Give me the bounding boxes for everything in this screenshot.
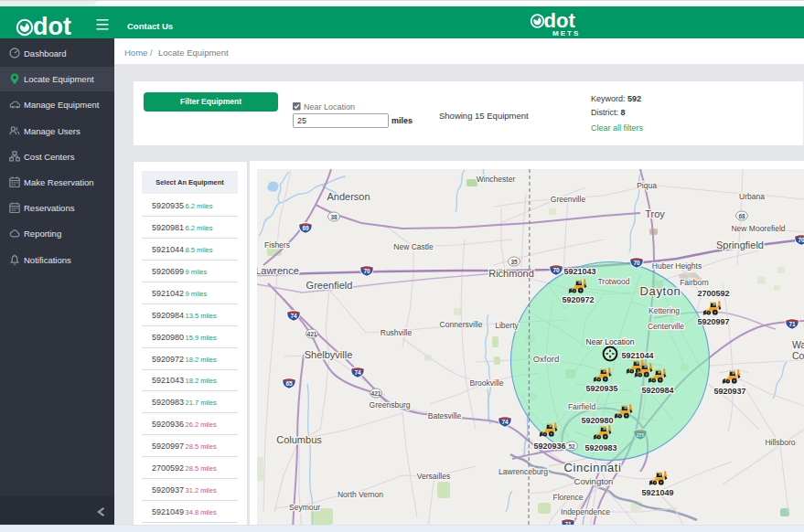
svg-text:Batesville: Batesville (428, 411, 462, 420)
svg-text:Cincinnati: Cincinnati (563, 461, 621, 474)
svg-text:Shelbyville: Shelbyville (305, 349, 353, 360)
svg-text:5920980: 5920980 (581, 416, 613, 425)
svg-text:Fairfield: Fairfield (568, 402, 596, 411)
svg-text:2700592: 2700592 (697, 289, 729, 298)
svg-text:65: 65 (285, 380, 293, 387)
svg-text:Near Location: Near Location (586, 337, 635, 346)
svg-text:38: 38 (330, 214, 338, 220)
svg-text:Centerville: Centerville (648, 322, 684, 331)
svg-text:5920983: 5920983 (584, 443, 616, 452)
svg-text:74: 74 (290, 313, 297, 319)
svg-text:70: 70 (552, 267, 560, 273)
svg-text:Fishers: Fishers (264, 240, 290, 250)
svg-text:Rushville: Rushville (381, 328, 413, 337)
svg-text:Winchester: Winchester (477, 175, 516, 184)
svg-text:Anderson: Anderson (327, 191, 370, 202)
svg-text:Springfield: Springfield (716, 239, 764, 250)
svg-text:Greenville: Greenville (551, 195, 586, 204)
svg-text:Piqua: Piqua (637, 181, 657, 190)
svg-text:METS: METS (552, 29, 580, 37)
svg-text:Liberty: Liberty (495, 321, 519, 330)
svg-text:North Vernon: North Vernon (338, 490, 383, 499)
svg-text:Co: Co (792, 350, 804, 361)
svg-text:35: 35 (510, 259, 518, 265)
svg-text:Brookville: Brookville (470, 378, 504, 388)
svg-text:5920935: 5920935 (585, 384, 617, 393)
svg-text:Dayton: Dayton (640, 284, 681, 298)
svg-text:Wa: Wa (792, 339, 804, 350)
svg-text:5921043: 5921043 (563, 267, 595, 276)
svg-text:5920937: 5920937 (713, 387, 745, 396)
svg-text:5920972: 5920972 (562, 295, 594, 304)
svg-text:Richmond: Richmond (488, 268, 534, 279)
svg-text:71: 71 (788, 321, 796, 327)
svg-text:421: 421 (371, 390, 381, 397)
svg-text:Connersville: Connersville (440, 320, 483, 329)
svg-text:Independence: Independence (561, 507, 610, 516)
svg-text:5920936: 5920936 (533, 442, 565, 451)
svg-text:5920984: 5920984 (641, 386, 673, 395)
svg-text:New Castle: New Castle (393, 242, 434, 251)
svg-text:70: 70 (798, 237, 804, 243)
svg-text:Urbana: Urbana (739, 192, 765, 201)
svg-text:Hillsboro: Hillsboro (765, 438, 795, 447)
svg-text:5921044: 5921044 (621, 351, 653, 360)
svg-text:dot: dot (33, 13, 71, 39)
svg-text:Florence: Florence (552, 493, 583, 502)
svg-text:70: 70 (363, 268, 370, 274)
svg-text:Troy: Troy (645, 208, 665, 219)
svg-text:Columbus: Columbus (276, 434, 322, 445)
svg-text:52: 52 (568, 443, 575, 450)
svg-text:Fairborn: Fairborn (680, 278, 709, 287)
svg-text:Huber Heights: Huber Heights (652, 261, 702, 271)
svg-text:5920997: 5920997 (697, 317, 729, 326)
svg-text:74: 74 (501, 419, 509, 425)
svg-text:Kettering: Kettering (649, 306, 680, 315)
svg-text:Greensburg: Greensburg (370, 400, 411, 410)
svg-text:68: 68 (738, 213, 745, 219)
svg-text:Lawrenceburg: Lawrenceburg (498, 467, 548, 476)
svg-text:Trotwood: Trotwood (597, 277, 629, 286)
svg-text:74: 74 (354, 369, 361, 376)
svg-text:New Moorefield: New Moorefield (731, 224, 785, 233)
svg-text:Greenfield: Greenfield (306, 280, 353, 291)
svg-text:5921049: 5921049 (641, 488, 673, 497)
svg-text:Covington: Covington (574, 476, 614, 486)
svg-text:421: 421 (307, 331, 317, 337)
svg-text:Seymour: Seymour (289, 503, 320, 512)
svg-text:Oxford: Oxford (533, 354, 560, 364)
svg-text:70: 70 (633, 260, 640, 266)
svg-text:Lawrence: Lawrence (257, 265, 299, 276)
svg-text:Versailles: Versailles (417, 472, 450, 481)
svg-text:69: 69 (302, 225, 309, 231)
